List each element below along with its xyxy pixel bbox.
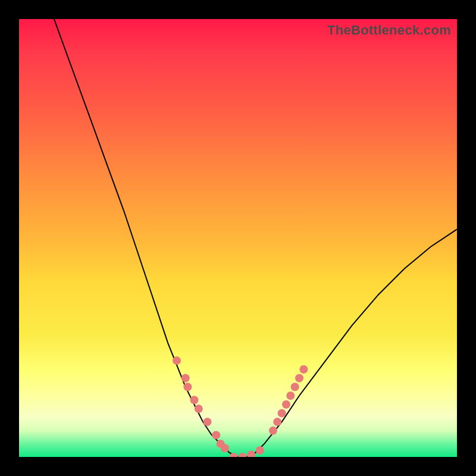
marker-dot <box>183 383 192 391</box>
marker-dot <box>190 396 198 404</box>
marker-dot <box>221 444 229 452</box>
marker-dot <box>212 431 220 439</box>
marker-dot <box>247 450 255 457</box>
chart-frame: TheBottleneck.com <box>0 0 476 476</box>
marker-dot <box>195 405 203 413</box>
marker-dot <box>291 383 299 391</box>
marker-dot <box>273 418 281 426</box>
marker-dot <box>282 400 290 409</box>
marker-dot <box>181 374 190 383</box>
plot-area: TheBottleneck.com <box>19 19 457 457</box>
marker-dot <box>278 409 286 417</box>
marker-dot <box>299 365 308 374</box>
marker-dot <box>269 427 277 435</box>
marker-dot <box>286 392 295 400</box>
marker-dot <box>238 453 246 457</box>
marker-dot <box>203 418 212 426</box>
marker-dot <box>256 446 264 455</box>
marker-dot <box>173 356 181 365</box>
bottleneck-curve <box>19 19 457 457</box>
marker-dot <box>295 374 303 383</box>
